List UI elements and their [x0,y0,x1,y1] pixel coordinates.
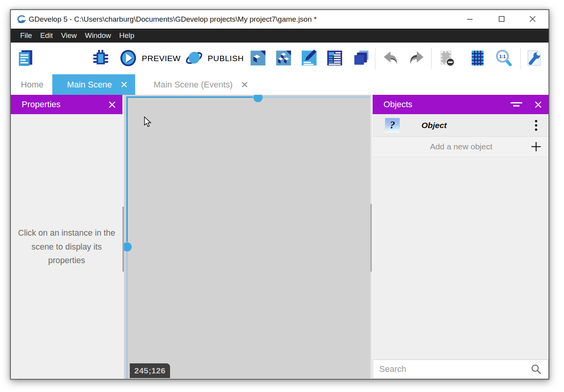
toolbar-separator [520,48,521,69]
frame-resize-handle-top[interactable] [253,95,263,102]
scene-editor: 245;126 [122,95,373,379]
objects-panel: Objects ? Object Add a new object [373,95,549,379]
toggle-grid-button[interactable] [469,49,487,67]
project-manager-icon [17,49,34,67]
properties-panel-title: Properties [22,99,106,110]
tab-main-scene-events[interactable]: Main Scene (Events) [140,74,255,95]
tab-bar: Home Main Scene Main Scene (Events) [11,74,549,95]
close-objects-button[interactable] [532,99,544,110]
publish-globe-icon [185,49,203,67]
window-title: GDevelop 5 - C:\Users\charburg\Documents… [29,10,316,29]
window-frame-left-border-extension [126,251,128,379]
edit-objects-button[interactable] [249,49,267,67]
scene-right-scrollbar-thumb[interactable] [370,204,372,272]
toolbar: PREVIEW PUBLISH [11,43,549,74]
object-list-item[interactable]: ? Object [373,114,549,137]
preview-play-icon [119,49,137,67]
debugger-button[interactable] [92,49,110,67]
toolbar-separator [375,48,375,69]
menu-view[interactable]: View [57,29,81,43]
delete-mask-button[interactable] [438,49,456,67]
tab-label: Main Scene (Events) [148,80,239,90]
main-content: Properties Click on an instance in the s… [11,95,549,379]
window-frame-left-border [126,96,128,242]
settings-wrench-icon [525,49,543,67]
objects-search-bar [373,359,549,379]
add-object-row[interactable]: Add a new object [373,137,549,157]
tab-label: Main Scene [61,80,118,90]
close-tab-button[interactable] [118,79,130,91]
gdevelop-logo-icon [16,14,26,24]
properties-empty-message: Click on an instance in the scene to dis… [11,226,122,268]
tab-main-scene[interactable]: Main Scene [52,74,135,95]
frame-resize-handle-left[interactable] [124,242,132,252]
zoom-1-1-button[interactable]: 1:1 [495,49,512,67]
title-bar: GDevelop 5 - C:\Users\charburg\Documents… [11,10,549,29]
undo-button[interactable] [382,49,399,67]
menu-help[interactable]: Help [115,29,138,43]
close-properties-button[interactable] [106,99,118,110]
edit-scene-properties-icon [300,49,318,67]
close-icon [108,101,116,108]
preview-label[interactable]: PREVIEW [142,43,181,74]
maximize-button[interactable] [493,10,511,28]
redo-icon [408,49,426,67]
layers-icon [352,49,370,67]
open-layers-button[interactable] [352,49,370,67]
add-object-button[interactable] [530,140,543,153]
cursor-coordinates-badge: 245;126 [130,363,170,378]
window-frame-top-border [126,96,253,98]
plus-icon [531,141,542,152]
close-tab-button[interactable] [239,79,250,91]
preview-button[interactable] [119,49,137,67]
tab-home[interactable]: Home [12,74,52,95]
filter-objects-button[interactable] [511,99,522,110]
object-name: Object [421,121,530,130]
undo-icon [382,49,399,67]
zoom-1-1-icon: 1:1 [495,49,512,67]
minimize-button[interactable] [461,10,479,28]
publish-button[interactable] [185,49,203,67]
search-icon[interactable] [530,363,543,376]
edit-scene-properties-button[interactable] [300,49,318,67]
maximize-icon [499,16,505,22]
minimize-icon [467,16,473,22]
grid-icon [469,49,487,67]
svg-text:1:1: 1:1 [499,54,506,59]
menu-edit[interactable]: Edit [36,29,57,43]
add-object-label: Add a new object [373,142,530,151]
toolbar-separator [431,48,432,69]
close-icon [529,15,536,22]
menu-window[interactable]: Window [81,29,115,43]
objects-list-icon [326,49,344,67]
properties-panel: Properties Click on an instance in the s… [11,95,122,379]
object-menu-button[interactable] [530,119,542,132]
app-window: GDevelop 5 - C:\Users\charburg\Documents… [10,9,549,380]
window-frame-top-border-extension [262,96,370,98]
edit-object-groups-button[interactable] [275,49,292,67]
filter-icon [511,101,522,108]
open-settings-button[interactable] [525,49,543,67]
close-window-button[interactable] [524,10,542,28]
menu-bar: File Edit View Window Help [11,29,549,43]
close-icon [241,81,248,88]
delete-mask-icon [438,49,456,67]
tab-label: Home [12,80,52,90]
close-icon [121,81,127,88]
scene-canvas[interactable]: 245;126 [124,95,370,379]
objects-panel-header: Objects [373,95,549,114]
publish-label[interactable]: PUBLISH [208,43,244,74]
debugger-icon [92,49,110,67]
project-manager-button[interactable] [17,49,34,67]
redo-button[interactable] [408,49,426,67]
menu-file[interactable]: File [16,29,36,43]
close-icon [535,101,542,108]
properties-panel-header: Properties [11,95,122,114]
open-objects-list-button[interactable] [326,49,344,67]
edit-object-groups-icon [275,49,292,67]
object-default-icon: ? [385,118,400,133]
objects-panel-body [373,157,549,379]
edit-objects-icon [249,49,267,67]
search-input[interactable] [373,364,530,374]
mouse-cursor [143,116,153,127]
